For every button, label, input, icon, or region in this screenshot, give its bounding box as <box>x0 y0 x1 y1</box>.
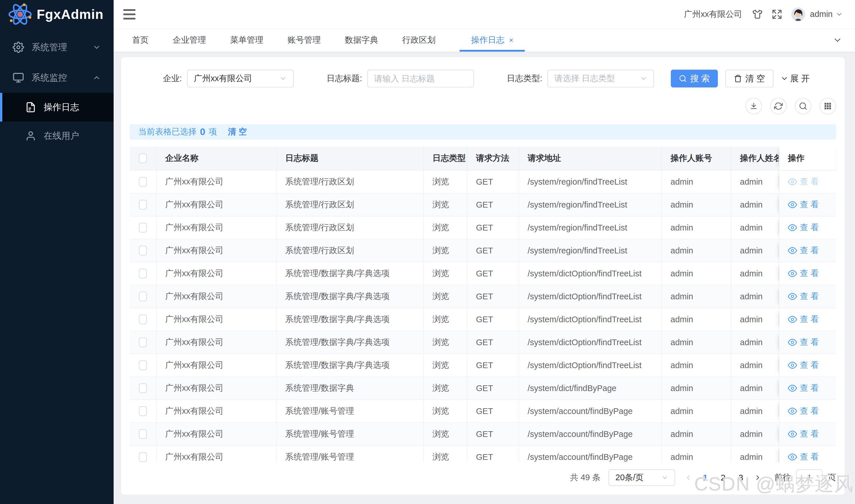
row-checkbox[interactable] <box>139 246 147 255</box>
view-button-label: 查 看 <box>800 268 819 279</box>
tab-close-icon[interactable]: × <box>509 36 513 45</box>
tab-4[interactable]: 数据字典 <box>345 29 378 52</box>
select-all-checkbox[interactable] <box>139 154 147 163</box>
view-button[interactable]: 查 看 <box>788 245 819 256</box>
avatar[interactable] <box>791 7 805 21</box>
log-title-input[interactable] <box>367 70 474 87</box>
cell-title: 系统管理/行政区划 <box>277 170 424 193</box>
tab-3[interactable]: 账号管理 <box>287 29 321 52</box>
cell-type: 浏览 <box>424 446 467 463</box>
view-button[interactable]: 查 看 <box>788 199 819 211</box>
cell-method: GET <box>467 285 519 308</box>
cell-company: 广州xx有限公司 <box>157 170 277 193</box>
gear-icon <box>13 41 24 53</box>
view-button[interactable]: 查 看 <box>788 291 819 302</box>
sidebar-item-online-users[interactable]: 在线用户 <box>0 122 114 150</box>
chevron-right-icon <box>754 474 762 481</box>
app-logo[interactable]: FgxAdmin <box>0 0 114 29</box>
tab-5[interactable]: 行政区划 <box>402 29 436 52</box>
expand-toggle[interactable]: 展 开 <box>780 73 810 85</box>
row-checkbox[interactable] <box>139 269 147 278</box>
view-button[interactable]: 查 看 <box>788 428 819 440</box>
clear-button[interactable]: 清 空 <box>725 70 773 87</box>
view-button-label: 查 看 <box>800 382 819 394</box>
view-button[interactable]: 查 看 <box>788 176 819 187</box>
row-checkbox[interactable] <box>139 338 147 347</box>
view-button[interactable]: 查 看 <box>788 313 819 325</box>
cell-company: 广州xx有限公司 <box>157 423 277 445</box>
view-button[interactable]: 查 看 <box>788 337 819 348</box>
cell-company: 广州xx有限公司 <box>157 285 277 308</box>
page-size-select[interactable]: 20条/页 <box>609 469 675 486</box>
sidebar-item-operation-log[interactable]: 操作日志 <box>0 93 114 122</box>
page-number-3[interactable]: 3 <box>732 473 750 483</box>
view-button[interactable]: 查 看 <box>788 360 819 371</box>
chevron-up-icon <box>92 73 101 82</box>
company-select-value: 广州xx有限公司 <box>194 73 252 84</box>
cell-company: 广州xx有限公司 <box>157 308 277 330</box>
sidebar-item-system-management[interactable]: 系统管理 <box>0 32 114 62</box>
theme-skin-icon[interactable] <box>752 9 763 20</box>
cell-name: admin <box>731 354 779 376</box>
eye-icon <box>788 430 797 439</box>
view-button[interactable]: 查 看 <box>788 406 819 417</box>
tab-1[interactable]: 企业管理 <box>173 29 206 52</box>
sidebar-item-system-monitor[interactable]: 系统监控 <box>0 62 114 93</box>
row-checkbox[interactable] <box>139 200 147 210</box>
tabbar: 首页企业管理菜单管理账号管理数据字典行政区划操作日志× <box>114 29 855 52</box>
view-button-label: 查 看 <box>800 406 819 417</box>
view-button[interactable]: 查 看 <box>788 451 819 463</box>
table-row: 广州xx有限公司 系统管理/数据字典/字典选项 浏览 GET /system/d… <box>130 354 836 377</box>
view-button[interactable]: 查 看 <box>788 382 819 394</box>
view-button[interactable]: 查 看 <box>788 268 819 279</box>
topbar: 广州xx有限公司 admin <box>114 0 855 29</box>
username[interactable]: admin <box>810 10 833 19</box>
user-icon <box>25 130 36 141</box>
table-row: 广州xx有限公司 系统管理/账号管理 浏览 GET /system/accoun… <box>130 400 836 423</box>
row-checkbox[interactable] <box>139 223 147 233</box>
selection-clear-link[interactable]: 清 空 <box>228 126 247 138</box>
prev-page-button[interactable] <box>680 474 696 481</box>
cell-account: admin <box>662 285 731 308</box>
cell-url: /system/account/findByPage <box>519 423 662 445</box>
goto-page-input[interactable] <box>796 469 823 486</box>
chevron-down-icon[interactable] <box>836 11 843 18</box>
row-checkbox[interactable] <box>139 383 147 393</box>
tabs-collapse-icon[interactable] <box>833 35 842 45</box>
column-header-action: 操作 <box>779 146 836 170</box>
row-checkbox[interactable] <box>139 314 147 324</box>
refresh-button[interactable] <box>770 98 787 114</box>
menu-collapse-button[interactable] <box>123 9 136 19</box>
next-page-button[interactable] <box>750 474 766 481</box>
eye-icon <box>788 246 797 255</box>
page-number-2[interactable]: 2 <box>714 473 732 483</box>
search-button[interactable]: 搜 索 <box>671 70 718 87</box>
tab-0[interactable]: 首页 <box>132 29 149 52</box>
row-checkbox[interactable] <box>139 452 147 462</box>
tab-label: 数据字典 <box>345 34 378 46</box>
fullscreen-icon[interactable] <box>771 9 782 20</box>
company-select[interactable]: 广州xx有限公司 <box>187 70 294 87</box>
row-checkbox[interactable] <box>139 360 147 370</box>
view-button[interactable]: 查 看 <box>788 222 819 233</box>
log-type-select[interactable]: 请选择 日志类型 <box>547 70 654 87</box>
row-checkbox[interactable] <box>139 291 147 301</box>
tab-6[interactable]: 操作日志× <box>460 29 525 52</box>
page-number-1[interactable]: 1 <box>696 473 714 483</box>
cell-title: 系统管理/账号管理 <box>277 423 424 445</box>
cell-url: /system/dictOption/findTreeList <box>519 308 662 330</box>
cell-url: /system/account/findByPage <box>519 400 662 422</box>
tab-2[interactable]: 菜单管理 <box>230 29 263 52</box>
table-row: 广州xx有限公司 系统管理/账号管理 浏览 GET /system/accoun… <box>130 423 836 446</box>
table-search-button[interactable] <box>795 98 812 114</box>
log-type-select-placeholder: 请选择 日志类型 <box>554 73 615 84</box>
selection-unit: 项 <box>209 126 217 138</box>
column-settings-button[interactable] <box>819 98 836 114</box>
row-checkbox[interactable] <box>139 406 147 416</box>
eye-icon <box>788 315 797 324</box>
row-checkbox[interactable] <box>139 177 147 187</box>
row-checkbox[interactable] <box>139 429 147 439</box>
view-button-label: 查 看 <box>800 199 819 211</box>
export-button[interactable] <box>745 98 762 114</box>
cell-type: 浏览 <box>424 262 467 285</box>
